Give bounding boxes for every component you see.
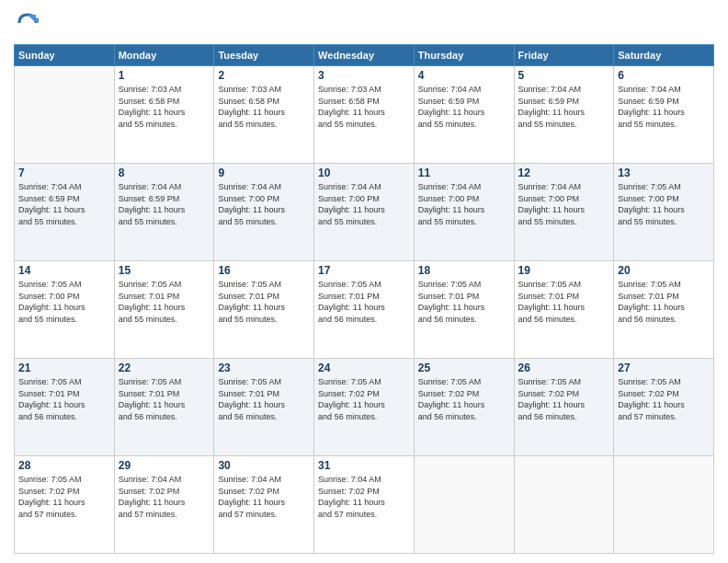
cell-info-text: Sunrise: 7:03 AMSunset: 6:58 PMDaylight:… [119, 84, 210, 130]
weekday-header-monday: Monday [114, 45, 214, 66]
calendar-cell: 27Sunrise: 7:05 AMSunset: 7:02 PMDayligh… [614, 359, 714, 456]
calendar-cell: 29Sunrise: 7:04 AMSunset: 7:02 PMDayligh… [114, 456, 214, 554]
cell-date-number: 17 [318, 264, 410, 277]
cell-date-number: 15 [119, 264, 210, 277]
cell-info-text: Sunrise: 7:04 AMSunset: 6:59 PMDaylight:… [618, 84, 710, 130]
calendar-cell: 19Sunrise: 7:05 AMSunset: 7:01 PMDayligh… [514, 261, 614, 359]
calendar-cell: 20Sunrise: 7:05 AMSunset: 7:01 PMDayligh… [614, 261, 714, 359]
cell-date-number: 26 [518, 362, 610, 374]
calendar-cell: 24Sunrise: 7:05 AMSunset: 7:02 PMDayligh… [314, 359, 415, 456]
cell-info-text: Sunrise: 7:05 AMSunset: 7:00 PMDaylight:… [618, 181, 710, 227]
cell-info-text: Sunrise: 7:05 AMSunset: 7:01 PMDaylight:… [119, 376, 210, 422]
cell-info-text: Sunrise: 7:04 AMSunset: 7:00 PMDaylight:… [418, 181, 510, 227]
calendar-cell: 9Sunrise: 7:04 AMSunset: 7:00 PMDaylight… [214, 164, 314, 261]
header [14, 9, 714, 37]
calendar-table: SundayMondayTuesdayWednesdayThursdayFrid… [14, 44, 714, 554]
cell-info-text: Sunrise: 7:04 AMSunset: 6:59 PMDaylight:… [518, 84, 610, 130]
cell-info-text: Sunrise: 7:04 AMSunset: 6:59 PMDaylight:… [418, 84, 510, 130]
cell-date-number: 16 [218, 264, 310, 277]
calendar-cell: 11Sunrise: 7:04 AMSunset: 7:00 PMDayligh… [414, 164, 514, 261]
calendar-header-row: SundayMondayTuesdayWednesdayThursdayFrid… [15, 45, 714, 66]
cell-info-text: Sunrise: 7:04 AMSunset: 7:00 PMDaylight:… [318, 181, 410, 227]
cell-info-text: Sunrise: 7:05 AMSunset: 7:01 PMDaylight:… [18, 376, 110, 422]
cell-date-number: 22 [119, 362, 210, 374]
calendar-cell: 16Sunrise: 7:05 AMSunset: 7:01 PMDayligh… [214, 261, 314, 359]
cell-info-text: Sunrise: 7:03 AMSunset: 6:58 PMDaylight:… [318, 84, 410, 130]
calendar-cell: 3Sunrise: 7:03 AMSunset: 6:58 PMDaylight… [314, 66, 415, 164]
cell-date-number: 3 [318, 69, 410, 82]
calendar-week-row: 14Sunrise: 7:05 AMSunset: 7:00 PMDayligh… [15, 261, 714, 359]
calendar-cell: 25Sunrise: 7:05 AMSunset: 7:02 PMDayligh… [414, 359, 514, 456]
calendar-cell [614, 456, 714, 554]
weekday-header-tuesday: Tuesday [214, 45, 314, 66]
cell-info-text: Sunrise: 7:05 AMSunset: 7:02 PMDaylight:… [18, 474, 110, 520]
calendar-cell [514, 456, 614, 554]
cell-date-number: 10 [318, 167, 410, 179]
weekday-header-thursday: Thursday [414, 45, 514, 66]
calendar-cell: 30Sunrise: 7:04 AMSunset: 7:02 PMDayligh… [214, 456, 314, 554]
cell-date-number: 21 [18, 362, 110, 374]
cell-date-number: 5 [518, 69, 610, 82]
calendar-cell [15, 66, 115, 164]
page: SundayMondayTuesdayWednesdayThursdayFrid… [0, 0, 728, 563]
weekday-header-friday: Friday [514, 45, 614, 66]
cell-info-text: Sunrise: 7:05 AMSunset: 7:01 PMDaylight:… [618, 279, 710, 325]
calendar-cell: 26Sunrise: 7:05 AMSunset: 7:02 PMDayligh… [514, 359, 614, 456]
cell-date-number: 6 [618, 69, 710, 82]
cell-info-text: Sunrise: 7:04 AMSunset: 7:02 PMDaylight:… [119, 474, 210, 520]
calendar-cell: 1Sunrise: 7:03 AMSunset: 6:58 PMDaylight… [114, 66, 214, 164]
calendar-cell: 21Sunrise: 7:05 AMSunset: 7:01 PMDayligh… [15, 359, 115, 456]
cell-date-number: 24 [318, 362, 410, 374]
cell-info-text: Sunrise: 7:05 AMSunset: 7:02 PMDaylight:… [318, 376, 410, 422]
calendar-week-row: 7Sunrise: 7:04 AMSunset: 6:59 PMDaylight… [15, 164, 714, 261]
cell-date-number: 29 [119, 459, 210, 472]
cell-date-number: 11 [418, 167, 510, 179]
calendar-cell: 6Sunrise: 7:04 AMSunset: 6:59 PMDaylight… [614, 66, 714, 164]
cell-info-text: Sunrise: 7:05 AMSunset: 7:01 PMDaylight:… [518, 279, 610, 325]
cell-date-number: 23 [218, 362, 310, 374]
cell-date-number: 28 [18, 459, 110, 472]
logo-icon [14, 9, 41, 37]
cell-info-text: Sunrise: 7:04 AMSunset: 7:02 PMDaylight:… [318, 474, 410, 520]
cell-info-text: Sunrise: 7:04 AMSunset: 6:59 PMDaylight:… [18, 181, 110, 227]
cell-date-number: 19 [518, 264, 610, 277]
cell-info-text: Sunrise: 7:05 AMSunset: 7:02 PMDaylight:… [418, 376, 510, 422]
calendar-cell: 28Sunrise: 7:05 AMSunset: 7:02 PMDayligh… [15, 456, 115, 554]
cell-date-number: 20 [618, 264, 710, 277]
calendar-cell: 23Sunrise: 7:05 AMSunset: 7:01 PMDayligh… [214, 359, 314, 456]
cell-info-text: Sunrise: 7:05 AMSunset: 7:02 PMDaylight:… [518, 376, 610, 422]
cell-date-number: 2 [218, 69, 310, 82]
cell-date-number: 8 [119, 167, 210, 179]
cell-date-number: 25 [418, 362, 510, 374]
calendar-cell: 13Sunrise: 7:05 AMSunset: 7:00 PMDayligh… [614, 164, 714, 261]
cell-info-text: Sunrise: 7:05 AMSunset: 7:01 PMDaylight:… [218, 376, 310, 422]
cell-date-number: 9 [218, 167, 310, 179]
weekday-header-wednesday: Wednesday [314, 45, 415, 66]
cell-info-text: Sunrise: 7:04 AMSunset: 7:02 PMDaylight:… [218, 474, 310, 520]
logo [14, 9, 45, 37]
cell-info-text: Sunrise: 7:04 AMSunset: 7:00 PMDaylight:… [218, 181, 310, 227]
cell-info-text: Sunrise: 7:05 AMSunset: 7:01 PMDaylight:… [218, 279, 310, 325]
cell-date-number: 13 [618, 167, 710, 179]
calendar-cell: 14Sunrise: 7:05 AMSunset: 7:00 PMDayligh… [15, 261, 115, 359]
calendar-week-row: 21Sunrise: 7:05 AMSunset: 7:01 PMDayligh… [15, 359, 714, 456]
cell-info-text: Sunrise: 7:05 AMSunset: 7:01 PMDaylight:… [418, 279, 510, 325]
calendar-cell: 5Sunrise: 7:04 AMSunset: 6:59 PMDaylight… [514, 66, 614, 164]
cell-date-number: 4 [418, 69, 510, 82]
calendar-cell: 31Sunrise: 7:04 AMSunset: 7:02 PMDayligh… [314, 456, 415, 554]
weekday-header-sunday: Sunday [15, 45, 115, 66]
calendar-cell: 4Sunrise: 7:04 AMSunset: 6:59 PMDaylight… [414, 66, 514, 164]
cell-date-number: 27 [618, 362, 710, 374]
calendar-cell: 15Sunrise: 7:05 AMSunset: 7:01 PMDayligh… [114, 261, 214, 359]
cell-date-number: 14 [18, 264, 110, 277]
cell-date-number: 18 [418, 264, 510, 277]
calendar-cell: 22Sunrise: 7:05 AMSunset: 7:01 PMDayligh… [114, 359, 214, 456]
calendar-cell: 17Sunrise: 7:05 AMSunset: 7:01 PMDayligh… [314, 261, 415, 359]
calendar-cell [414, 456, 514, 554]
cell-info-text: Sunrise: 7:05 AMSunset: 7:00 PMDaylight:… [18, 279, 110, 325]
weekday-header-saturday: Saturday [614, 45, 714, 66]
calendar-cell: 8Sunrise: 7:04 AMSunset: 6:59 PMDaylight… [114, 164, 214, 261]
calendar-cell: 2Sunrise: 7:03 AMSunset: 6:58 PMDaylight… [214, 66, 314, 164]
calendar-cell: 7Sunrise: 7:04 AMSunset: 6:59 PMDaylight… [15, 164, 115, 261]
cell-date-number: 12 [518, 167, 610, 179]
